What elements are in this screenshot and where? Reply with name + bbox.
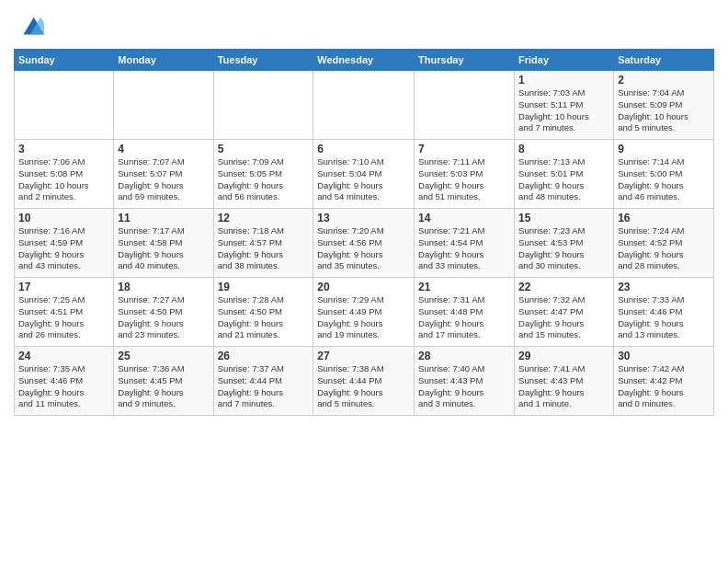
day-info: Sunrise: 7:33 AM Sunset: 4:46 PM Dayligh… <box>618 294 710 341</box>
day-info: Sunrise: 7:06 AM Sunset: 5:08 PM Dayligh… <box>18 156 109 203</box>
day-number: 10 <box>18 212 109 224</box>
day-info: Sunrise: 7:17 AM Sunset: 4:58 PM Dayligh… <box>118 225 209 272</box>
calendar-cell: 12Sunrise: 7:18 AM Sunset: 4:57 PM Dayli… <box>213 209 313 278</box>
calendar-cell: 25Sunrise: 7:36 AM Sunset: 4:45 PM Dayli… <box>114 347 213 416</box>
calendar-cell: 2Sunrise: 7:04 AM Sunset: 5:09 PM Daylig… <box>614 71 714 140</box>
calendar-cell: 7Sunrise: 7:11 AM Sunset: 5:03 PM Daylig… <box>415 140 515 209</box>
calendar-cell: 1Sunrise: 7:03 AM Sunset: 5:11 PM Daylig… <box>515 71 614 140</box>
day-number: 30 <box>618 350 710 362</box>
day-number: 17 <box>18 281 109 293</box>
day-number: 21 <box>418 281 510 293</box>
calendar-cell <box>15 71 114 140</box>
day-info: Sunrise: 7:09 AM Sunset: 5:05 PM Dayligh… <box>218 156 310 203</box>
day-number: 25 <box>118 350 209 362</box>
day-info: Sunrise: 7:13 AM Sunset: 5:01 PM Dayligh… <box>518 156 609 203</box>
calendar-cell: 11Sunrise: 7:17 AM Sunset: 4:58 PM Dayli… <box>114 209 213 278</box>
calendar-cell: 19Sunrise: 7:28 AM Sunset: 4:50 PM Dayli… <box>213 278 313 347</box>
header-section <box>14 9 714 41</box>
day-info: Sunrise: 7:20 AM Sunset: 4:56 PM Dayligh… <box>317 225 410 272</box>
day-number: 27 <box>317 350 410 362</box>
day-number: 23 <box>618 281 710 293</box>
day-number: 22 <box>518 281 609 293</box>
day-number: 1 <box>518 74 609 86</box>
day-info: Sunrise: 7:14 AM Sunset: 5:00 PM Dayligh… <box>618 156 710 203</box>
day-number: 19 <box>218 281 310 293</box>
day-number: 9 <box>618 143 710 155</box>
calendar-week-2: 10Sunrise: 7:16 AM Sunset: 4:59 PM Dayli… <box>15 209 714 278</box>
calendar-week-0: 1Sunrise: 7:03 AM Sunset: 5:11 PM Daylig… <box>15 71 714 140</box>
calendar-week-1: 3Sunrise: 7:06 AM Sunset: 5:08 PM Daylig… <box>15 140 714 209</box>
calendar-cell: 18Sunrise: 7:27 AM Sunset: 4:50 PM Dayli… <box>114 278 213 347</box>
calendar-cell <box>213 71 313 140</box>
day-number: 13 <box>317 212 410 224</box>
day-number: 26 <box>218 350 310 362</box>
day-info: Sunrise: 7:40 AM Sunset: 4:43 PM Dayligh… <box>418 363 510 410</box>
weekday-header-saturday: Saturday <box>614 50 714 71</box>
day-info: Sunrise: 7:24 AM Sunset: 4:52 PM Dayligh… <box>618 225 710 272</box>
calendar-cell: 5Sunrise: 7:09 AM Sunset: 5:05 PM Daylig… <box>213 140 313 209</box>
calendar-cell: 26Sunrise: 7:37 AM Sunset: 4:44 PM Dayli… <box>213 347 313 416</box>
calendar-cell: 15Sunrise: 7:23 AM Sunset: 4:53 PM Dayli… <box>515 209 614 278</box>
weekday-header-thursday: Thursday <box>415 50 515 71</box>
day-info: Sunrise: 7:28 AM Sunset: 4:50 PM Dayligh… <box>218 294 310 341</box>
day-number: 12 <box>218 212 310 224</box>
calendar-cell: 30Sunrise: 7:42 AM Sunset: 4:42 PM Dayli… <box>614 347 714 416</box>
day-number: 2 <box>618 74 710 86</box>
day-info: Sunrise: 7:18 AM Sunset: 4:57 PM Dayligh… <box>218 225 310 272</box>
day-info: Sunrise: 7:36 AM Sunset: 4:45 PM Dayligh… <box>118 363 209 410</box>
calendar-cell: 28Sunrise: 7:40 AM Sunset: 4:43 PM Dayli… <box>415 347 515 416</box>
calendar-cell: 27Sunrise: 7:38 AM Sunset: 4:44 PM Dayli… <box>313 347 415 416</box>
day-number: 24 <box>18 350 109 362</box>
calendar-cell: 22Sunrise: 7:32 AM Sunset: 4:47 PM Dayli… <box>515 278 614 347</box>
calendar-cell: 6Sunrise: 7:10 AM Sunset: 5:04 PM Daylig… <box>313 140 415 209</box>
day-info: Sunrise: 7:25 AM Sunset: 4:51 PM Dayligh… <box>18 294 109 341</box>
calendar-cell: 21Sunrise: 7:31 AM Sunset: 4:48 PM Dayli… <box>415 278 515 347</box>
day-number: 11 <box>118 212 209 224</box>
weekday-header-row: SundayMondayTuesdayWednesdayThursdayFrid… <box>15 50 714 71</box>
day-info: Sunrise: 7:23 AM Sunset: 4:53 PM Dayligh… <box>518 225 609 272</box>
day-number: 5 <box>218 143 310 155</box>
day-info: Sunrise: 7:10 AM Sunset: 5:04 PM Dayligh… <box>317 156 410 203</box>
calendar-cell: 20Sunrise: 7:29 AM Sunset: 4:49 PM Dayli… <box>313 278 415 347</box>
day-info: Sunrise: 7:21 AM Sunset: 4:54 PM Dayligh… <box>418 225 510 272</box>
day-number: 3 <box>18 143 109 155</box>
day-number: 6 <box>317 143 410 155</box>
day-info: Sunrise: 7:27 AM Sunset: 4:50 PM Dayligh… <box>118 294 209 341</box>
day-number: 18 <box>118 281 209 293</box>
day-number: 16 <box>618 212 710 224</box>
day-info: Sunrise: 7:35 AM Sunset: 4:46 PM Dayligh… <box>18 363 109 410</box>
day-number: 8 <box>518 143 609 155</box>
day-info: Sunrise: 7:07 AM Sunset: 5:07 PM Dayligh… <box>118 156 209 203</box>
calendar-cell: 24Sunrise: 7:35 AM Sunset: 4:46 PM Dayli… <box>15 347 114 416</box>
calendar-cell: 3Sunrise: 7:06 AM Sunset: 5:08 PM Daylig… <box>15 140 114 209</box>
day-info: Sunrise: 7:38 AM Sunset: 4:44 PM Dayligh… <box>317 363 410 410</box>
day-number: 7 <box>418 143 510 155</box>
main-container: SundayMondayTuesdayWednesdayThursdayFrid… <box>0 0 728 420</box>
day-info: Sunrise: 7:31 AM Sunset: 4:48 PM Dayligh… <box>418 294 510 341</box>
day-number: 29 <box>518 350 609 362</box>
day-info: Sunrise: 7:32 AM Sunset: 4:47 PM Dayligh… <box>518 294 609 341</box>
weekday-header-sunday: Sunday <box>15 50 114 71</box>
day-info: Sunrise: 7:41 AM Sunset: 4:43 PM Dayligh… <box>518 363 609 410</box>
day-number: 4 <box>118 143 209 155</box>
calendar-cell: 9Sunrise: 7:14 AM Sunset: 5:00 PM Daylig… <box>614 140 714 209</box>
calendar-cell: 29Sunrise: 7:41 AM Sunset: 4:43 PM Dayli… <box>515 347 614 416</box>
calendar-week-3: 17Sunrise: 7:25 AM Sunset: 4:51 PM Dayli… <box>15 278 714 347</box>
calendar-cell: 17Sunrise: 7:25 AM Sunset: 4:51 PM Dayli… <box>15 278 114 347</box>
calendar-cell: 23Sunrise: 7:33 AM Sunset: 4:46 PM Dayli… <box>614 278 714 347</box>
calendar-cell <box>313 71 415 140</box>
logo <box>14 14 44 41</box>
calendar-cell <box>114 71 213 140</box>
weekday-header-monday: Monday <box>114 50 213 71</box>
calendar-table: SundayMondayTuesdayWednesdayThursdayFrid… <box>14 49 714 416</box>
calendar-cell: 10Sunrise: 7:16 AM Sunset: 4:59 PM Dayli… <box>15 209 114 278</box>
logo-icon <box>17 14 44 41</box>
day-number: 15 <box>518 212 609 224</box>
day-info: Sunrise: 7:16 AM Sunset: 4:59 PM Dayligh… <box>18 225 109 272</box>
calendar-header: SundayMondayTuesdayWednesdayThursdayFrid… <box>15 50 714 71</box>
weekday-header-tuesday: Tuesday <box>213 50 313 71</box>
day-info: Sunrise: 7:42 AM Sunset: 4:42 PM Dayligh… <box>618 363 710 410</box>
day-info: Sunrise: 7:29 AM Sunset: 4:49 PM Dayligh… <box>317 294 410 341</box>
day-info: Sunrise: 7:37 AM Sunset: 4:44 PM Dayligh… <box>218 363 310 410</box>
calendar-cell: 8Sunrise: 7:13 AM Sunset: 5:01 PM Daylig… <box>515 140 614 209</box>
